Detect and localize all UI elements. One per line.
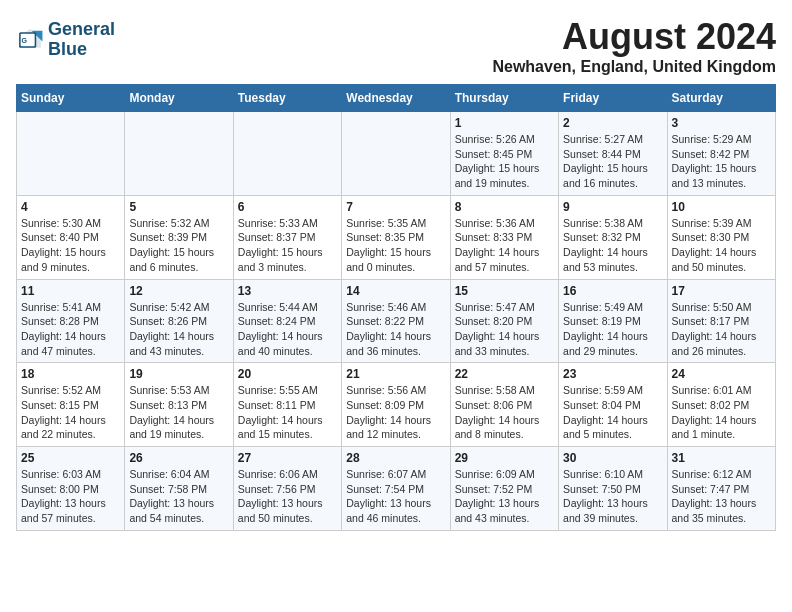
day-info: Sunrise: 5:49 AM Sunset: 8:19 PM Dayligh…: [563, 300, 662, 359]
title-block: August 2024 Newhaven, England, United Ki…: [492, 16, 776, 76]
calendar-cell: 5Sunrise: 5:32 AM Sunset: 8:39 PM Daylig…: [125, 195, 233, 279]
day-number: 8: [455, 200, 554, 214]
calendar-cell: 13Sunrise: 5:44 AM Sunset: 8:24 PM Dayli…: [233, 279, 341, 363]
day-info: Sunrise: 5:39 AM Sunset: 8:30 PM Dayligh…: [672, 216, 771, 275]
page-header: G General Blue August 2024 Newhaven, Eng…: [16, 16, 776, 76]
day-info: Sunrise: 6:10 AM Sunset: 7:50 PM Dayligh…: [563, 467, 662, 526]
day-info: Sunrise: 5:56 AM Sunset: 8:09 PM Dayligh…: [346, 383, 445, 442]
day-info: Sunrise: 5:38 AM Sunset: 8:32 PM Dayligh…: [563, 216, 662, 275]
calendar-cell: 10Sunrise: 5:39 AM Sunset: 8:30 PM Dayli…: [667, 195, 775, 279]
main-title: August 2024: [492, 16, 776, 58]
calendar-cell: 4Sunrise: 5:30 AM Sunset: 8:40 PM Daylig…: [17, 195, 125, 279]
day-info: Sunrise: 5:32 AM Sunset: 8:39 PM Dayligh…: [129, 216, 228, 275]
day-number: 14: [346, 284, 445, 298]
day-info: Sunrise: 5:41 AM Sunset: 8:28 PM Dayligh…: [21, 300, 120, 359]
calendar-table: Sunday Monday Tuesday Wednesday Thursday…: [16, 84, 776, 531]
day-number: 4: [21, 200, 120, 214]
day-number: 29: [455, 451, 554, 465]
calendar-cell: 14Sunrise: 5:46 AM Sunset: 8:22 PM Dayli…: [342, 279, 450, 363]
day-number: 28: [346, 451, 445, 465]
calendar-cell: [342, 112, 450, 196]
col-friday: Friday: [559, 85, 667, 112]
day-number: 6: [238, 200, 337, 214]
day-info: Sunrise: 5:27 AM Sunset: 8:44 PM Dayligh…: [563, 132, 662, 191]
calendar-cell: 1Sunrise: 5:26 AM Sunset: 8:45 PM Daylig…: [450, 112, 558, 196]
week-row: 4Sunrise: 5:30 AM Sunset: 8:40 PM Daylig…: [17, 195, 776, 279]
day-number: 19: [129, 367, 228, 381]
day-number: 11: [21, 284, 120, 298]
day-info: Sunrise: 5:29 AM Sunset: 8:42 PM Dayligh…: [672, 132, 771, 191]
col-tuesday: Tuesday: [233, 85, 341, 112]
header-row: Sunday Monday Tuesday Wednesday Thursday…: [17, 85, 776, 112]
calendar-cell: 9Sunrise: 5:38 AM Sunset: 8:32 PM Daylig…: [559, 195, 667, 279]
day-number: 9: [563, 200, 662, 214]
day-info: Sunrise: 6:03 AM Sunset: 8:00 PM Dayligh…: [21, 467, 120, 526]
calendar-cell: 23Sunrise: 5:59 AM Sunset: 8:04 PM Dayli…: [559, 363, 667, 447]
calendar-cell: 30Sunrise: 6:10 AM Sunset: 7:50 PM Dayli…: [559, 447, 667, 531]
calendar-cell: 18Sunrise: 5:52 AM Sunset: 8:15 PM Dayli…: [17, 363, 125, 447]
calendar-cell: 29Sunrise: 6:09 AM Sunset: 7:52 PM Dayli…: [450, 447, 558, 531]
day-info: Sunrise: 6:07 AM Sunset: 7:54 PM Dayligh…: [346, 467, 445, 526]
calendar-cell: 26Sunrise: 6:04 AM Sunset: 7:58 PM Dayli…: [125, 447, 233, 531]
day-info: Sunrise: 5:26 AM Sunset: 8:45 PM Dayligh…: [455, 132, 554, 191]
day-info: Sunrise: 6:12 AM Sunset: 7:47 PM Dayligh…: [672, 467, 771, 526]
week-row: 25Sunrise: 6:03 AM Sunset: 8:00 PM Dayli…: [17, 447, 776, 531]
col-wednesday: Wednesday: [342, 85, 450, 112]
day-info: Sunrise: 5:30 AM Sunset: 8:40 PM Dayligh…: [21, 216, 120, 275]
col-thursday: Thursday: [450, 85, 558, 112]
calendar-cell: 24Sunrise: 6:01 AM Sunset: 8:02 PM Dayli…: [667, 363, 775, 447]
calendar-header: Sunday Monday Tuesday Wednesday Thursday…: [17, 85, 776, 112]
calendar-cell: 31Sunrise: 6:12 AM Sunset: 7:47 PM Dayli…: [667, 447, 775, 531]
calendar-cell: 7Sunrise: 5:35 AM Sunset: 8:35 PM Daylig…: [342, 195, 450, 279]
calendar-cell: [125, 112, 233, 196]
day-number: 1: [455, 116, 554, 130]
calendar-cell: 16Sunrise: 5:49 AM Sunset: 8:19 PM Dayli…: [559, 279, 667, 363]
day-number: 21: [346, 367, 445, 381]
calendar-cell: 20Sunrise: 5:55 AM Sunset: 8:11 PM Dayli…: [233, 363, 341, 447]
day-info: Sunrise: 5:59 AM Sunset: 8:04 PM Dayligh…: [563, 383, 662, 442]
week-row: 18Sunrise: 5:52 AM Sunset: 8:15 PM Dayli…: [17, 363, 776, 447]
day-number: 18: [21, 367, 120, 381]
day-info: Sunrise: 5:44 AM Sunset: 8:24 PM Dayligh…: [238, 300, 337, 359]
day-info: Sunrise: 5:35 AM Sunset: 8:35 PM Dayligh…: [346, 216, 445, 275]
day-info: Sunrise: 6:01 AM Sunset: 8:02 PM Dayligh…: [672, 383, 771, 442]
calendar-cell: 27Sunrise: 6:06 AM Sunset: 7:56 PM Dayli…: [233, 447, 341, 531]
calendar-cell: 6Sunrise: 5:33 AM Sunset: 8:37 PM Daylig…: [233, 195, 341, 279]
calendar-cell: 28Sunrise: 6:07 AM Sunset: 7:54 PM Dayli…: [342, 447, 450, 531]
day-number: 2: [563, 116, 662, 130]
calendar-cell: [17, 112, 125, 196]
day-info: Sunrise: 5:36 AM Sunset: 8:33 PM Dayligh…: [455, 216, 554, 275]
day-info: Sunrise: 6:04 AM Sunset: 7:58 PM Dayligh…: [129, 467, 228, 526]
col-sunday: Sunday: [17, 85, 125, 112]
day-info: Sunrise: 5:50 AM Sunset: 8:17 PM Dayligh…: [672, 300, 771, 359]
day-info: Sunrise: 5:42 AM Sunset: 8:26 PM Dayligh…: [129, 300, 228, 359]
calendar-cell: 15Sunrise: 5:47 AM Sunset: 8:20 PM Dayli…: [450, 279, 558, 363]
logo-text: General Blue: [48, 20, 115, 60]
calendar-cell: 11Sunrise: 5:41 AM Sunset: 8:28 PM Dayli…: [17, 279, 125, 363]
day-info: Sunrise: 5:46 AM Sunset: 8:22 PM Dayligh…: [346, 300, 445, 359]
day-info: Sunrise: 5:52 AM Sunset: 8:15 PM Dayligh…: [21, 383, 120, 442]
day-number: 27: [238, 451, 337, 465]
day-number: 3: [672, 116, 771, 130]
day-info: Sunrise: 5:53 AM Sunset: 8:13 PM Dayligh…: [129, 383, 228, 442]
calendar-cell: 21Sunrise: 5:56 AM Sunset: 8:09 PM Dayli…: [342, 363, 450, 447]
col-monday: Monday: [125, 85, 233, 112]
day-number: 5: [129, 200, 228, 214]
day-number: 26: [129, 451, 228, 465]
svg-text:G: G: [21, 37, 27, 44]
day-number: 25: [21, 451, 120, 465]
day-info: Sunrise: 5:55 AM Sunset: 8:11 PM Dayligh…: [238, 383, 337, 442]
calendar-cell: 19Sunrise: 5:53 AM Sunset: 8:13 PM Dayli…: [125, 363, 233, 447]
day-info: Sunrise: 5:33 AM Sunset: 8:37 PM Dayligh…: [238, 216, 337, 275]
calendar-cell: 22Sunrise: 5:58 AM Sunset: 8:06 PM Dayli…: [450, 363, 558, 447]
day-info: Sunrise: 5:47 AM Sunset: 8:20 PM Dayligh…: [455, 300, 554, 359]
day-number: 7: [346, 200, 445, 214]
day-number: 10: [672, 200, 771, 214]
day-info: Sunrise: 5:58 AM Sunset: 8:06 PM Dayligh…: [455, 383, 554, 442]
day-number: 15: [455, 284, 554, 298]
day-number: 17: [672, 284, 771, 298]
day-number: 12: [129, 284, 228, 298]
day-number: 22: [455, 367, 554, 381]
week-row: 11Sunrise: 5:41 AM Sunset: 8:28 PM Dayli…: [17, 279, 776, 363]
day-number: 24: [672, 367, 771, 381]
